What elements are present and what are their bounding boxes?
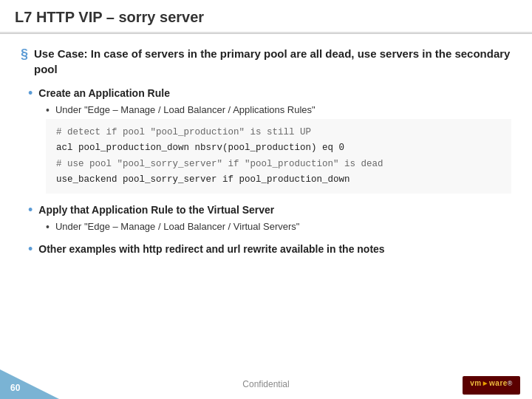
use-case-text: Use Case: In case of servers in the prim…: [34, 46, 511, 77]
bullet-dot-2: •: [28, 202, 33, 218]
sub-bullet-1: • Under "Edge – Manage / Load Balancer /…: [46, 104, 511, 116]
vmware-logo-vm: vm: [470, 379, 481, 387]
slide: L7 HTTP VIP – sorry server § Use Case: I…: [0, 0, 532, 399]
code-line-3: # use pool "pool_sorry_server" if "pool_…: [56, 157, 501, 172]
sub-bullet-dot-2: •: [46, 221, 50, 233]
sub-bullet-1-text: Under "Edge – Manage / Load Balancer / A…: [55, 104, 316, 115]
code-comment-1: # detect if pool "pool_production" is st…: [56, 127, 311, 137]
code-keyword-2: use_backend pool_sorry_server if pool_pr…: [56, 174, 350, 185]
slide-content: § Use Case: In case of servers in the pr…: [0, 34, 532, 369]
code-block: # detect if pool "pool_production" is st…: [46, 119, 511, 194]
footer-page-number: 60: [10, 383, 20, 393]
section-application-rule: • Create an Application Rule • Under "Ed…: [28, 87, 511, 194]
sub-bullet-2: • Under "Edge – Manage / Load Balancer /…: [46, 221, 511, 233]
code-line-1: # detect if pool "pool_production" is st…: [56, 125, 501, 140]
section-virtual-server: • Apply that Application Rule to the Vir…: [28, 204, 511, 233]
bullet-dot-3: •: [28, 242, 33, 257]
vmware-logo: vm►ware®: [463, 376, 520, 395]
code-keyword-1: acl pool_production_down nbsrv(pool_prod…: [56, 143, 344, 153]
code-line-4: use_backend pool_sorry_server if pool_pr…: [56, 172, 501, 188]
use-case-block: § Use Case: In case of servers in the pr…: [21, 46, 511, 77]
bullet-item-3: • Other examples with http redirect and …: [28, 243, 511, 257]
section2-label: Apply that Application Rule to the Virtu…: [38, 204, 274, 216]
section1-label: Create an Application Rule: [38, 87, 170, 99]
slide-header: L7 HTTP VIP – sorry server: [0, 0, 532, 33]
vmware-logo-reg: ®: [508, 380, 513, 387]
footer-triangle: [0, 369, 59, 399]
section-other-examples: • Other examples with http redirect and …: [28, 243, 511, 257]
code-comment-2: # use pool "pool_sorry_server" if "pool_…: [56, 159, 383, 169]
sub-bullet-dot-1: •: [46, 104, 50, 116]
vmware-logo-arrow: ►: [482, 379, 489, 387]
code-line-2: acl pool_production_down nbsrv(pool_prod…: [56, 140, 501, 156]
bullet-dot-1: •: [28, 86, 33, 101]
sub-bullet-2-text: Under "Edge – Manage / Load Balancer / V…: [55, 221, 300, 232]
use-case-bullet-char: §: [21, 47, 28, 62]
bullet-item-1: • Create an Application Rule: [28, 87, 511, 101]
footer-confidential: Confidential: [0, 379, 532, 389]
slide-title: L7 HTTP VIP – sorry server: [15, 9, 517, 26]
section3-label: Other examples with http redirect and ur…: [38, 243, 384, 255]
footer-logo-container: vm►ware®: [463, 376, 520, 395]
slide-footer: 60 Confidential vm►ware®: [0, 369, 532, 399]
vmware-logo-ware: ware: [489, 379, 508, 387]
bullet-item-2: • Apply that Application Rule to the Vir…: [28, 204, 511, 218]
